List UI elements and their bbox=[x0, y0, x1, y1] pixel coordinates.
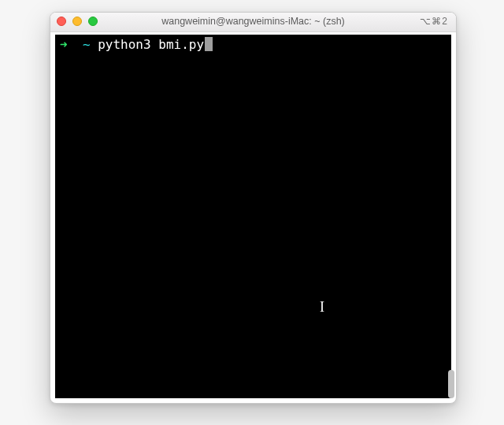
prompt-arrow-icon: ➜ bbox=[60, 37, 68, 52]
window-shortcut: ⌥⌘2 bbox=[420, 16, 448, 27]
scrollbar-track[interactable] bbox=[444, 32, 456, 401]
command-text: python3 bmi.py bbox=[98, 37, 204, 52]
terminal-window: wangweimin@wangweimins-iMac: ~ (zsh) ⌥⌘2… bbox=[50, 12, 457, 404]
window-title: wangweimin@wangweimins-iMac: ~ (zsh) bbox=[50, 16, 456, 27]
scrollbar-thumb[interactable] bbox=[448, 370, 454, 398]
terminal-viewport[interactable]: ➜ ~ python3 bmi.py I bbox=[55, 35, 451, 398]
titlebar[interactable]: wangweimin@wangweimins-iMac: ~ (zsh) ⌥⌘2 bbox=[50, 13, 456, 32]
text-cursor bbox=[205, 37, 213, 51]
prompt-line: ➜ ~ python3 bmi.py bbox=[60, 37, 447, 52]
prompt-cwd: ~ bbox=[83, 37, 91, 52]
ibeam-cursor-icon: I bbox=[320, 299, 324, 316]
